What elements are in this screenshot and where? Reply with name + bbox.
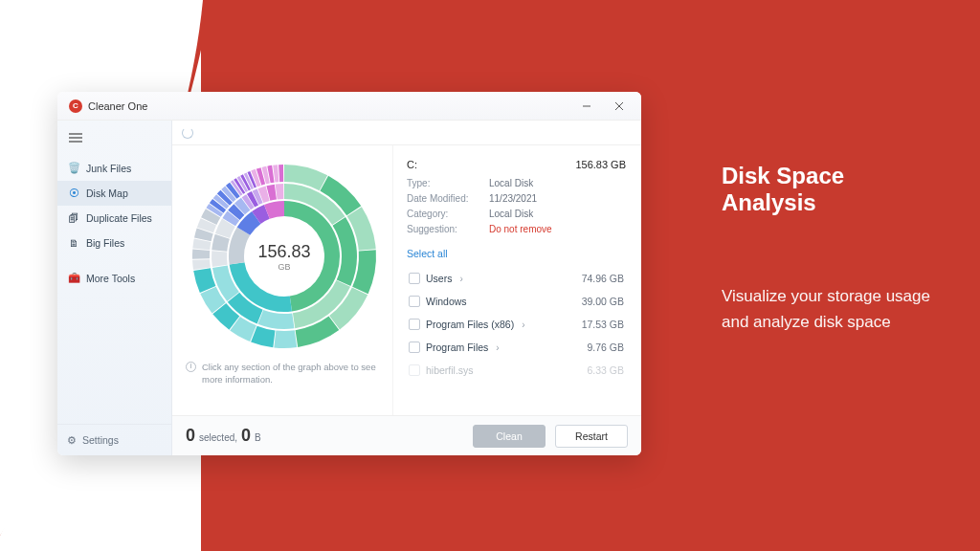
item-size: 17.53 GB [582, 319, 624, 330]
chevron-right-icon: › [522, 320, 524, 330]
marketing-copy: Disk Space Analysis Visualize your stora… [722, 163, 942, 335]
sidebar-item-label: Duplicate Files [86, 212, 152, 224]
bigfiles-icon: 🗎 [67, 237, 80, 249]
item-name: Windows [426, 296, 467, 307]
sidebar-item-more-tools[interactable]: 🧰 More Tools [57, 265, 171, 291]
drive-name: C: [407, 159, 417, 170]
app-logo-icon: C [69, 99, 82, 113]
suggest-value: Do not remove [489, 224, 626, 234]
gear-icon: ⚙ [67, 434, 77, 446]
item-size: 39.00 GB [582, 296, 624, 307]
hamburger-button[interactable] [57, 124, 171, 151]
restart-button[interactable]: Restart [555, 425, 628, 448]
tools-icon: 🧰 [67, 272, 80, 284]
breadcrumb [172, 121, 641, 145]
sidebar-item-big-files[interactable]: 🗎 Big Files [57, 231, 171, 255]
folder-list: Users›74.96 GBWindows39.00 GBProgram Fil… [407, 267, 626, 415]
footer-bar: 0 selected, 0 B Clean Restart [172, 415, 641, 455]
duplicate-icon: 🗐 [67, 212, 80, 224]
item-name: hiberfil.sys [426, 364, 474, 376]
item-name: Program Files (x86) [426, 319, 514, 330]
list-item[interactable]: hiberfil.sys6.33 GB [407, 359, 626, 382]
clean-button[interactable]: Clean [473, 425, 546, 448]
chart-center-value: 156.83 [257, 242, 310, 262]
sidebar-item-label: Disk Map [86, 187, 128, 199]
item-name: Program Files [426, 342, 488, 353]
chart-center-label: 156.83 GB [257, 242, 310, 272]
item-size: 74.96 GB [582, 273, 624, 284]
list-item[interactable]: Program Files (x86)›17.53 GB [407, 313, 626, 336]
marketing-title: Disk Space Analysis [722, 163, 942, 216]
selected-count: 0 [186, 426, 195, 446]
hamburger-icon [69, 133, 82, 143]
minimize-icon [582, 101, 591, 111]
sidebar-item-label: More Tools [86, 273, 135, 284]
selected-bytes: 0 [241, 426, 251, 446]
chevron-right-icon: › [496, 342, 499, 353]
type-value: Local Disk [489, 178, 626, 188]
sidebar-item-disk-map[interactable]: ⦿ Disk Map [57, 181, 171, 206]
list-item[interactable]: Users›74.96 GB [407, 267, 626, 290]
sidebar: 🗑️ Junk Files ⦿ Disk Map 🗐 Duplicate Fil… [57, 121, 172, 455]
sidebar-item-label: Junk Files [86, 163, 131, 174]
checkbox[interactable] [409, 296, 420, 307]
selection-status: 0 selected, 0 B [186, 426, 261, 446]
checkbox[interactable] [409, 319, 420, 330]
titlebar: C Cleaner One [57, 92, 641, 121]
list-item[interactable]: Program Files›9.76 GB [407, 336, 626, 359]
trash-icon: 🗑️ [67, 162, 80, 174]
chevron-right-icon: › [459, 274, 462, 284]
checkbox[interactable] [409, 342, 420, 353]
refresh-icon[interactable] [182, 127, 193, 139]
main-panel: 156.83 GB i Click any section of the gra… [172, 121, 641, 455]
sidebar-item-junk-files[interactable]: 🗑️ Junk Files [57, 155, 171, 181]
sidebar-item-duplicate-files[interactable]: 🗐 Duplicate Files [57, 206, 171, 231]
chart-center-unit: GB [257, 262, 310, 272]
list-item[interactable]: Windows39.00 GB [407, 290, 626, 313]
drive-size: 156.83 GB [575, 159, 626, 170]
item-name: Users [426, 273, 452, 284]
modified-value: 11/23/2021 [489, 193, 626, 204]
modified-label: Date Modified: [407, 193, 489, 204]
checkbox[interactable] [409, 273, 420, 284]
marketing-subtitle: Visualize your storage usage and analyze… [722, 283, 942, 335]
category-label: Category: [407, 209, 489, 219]
type-label: Type: [407, 178, 489, 188]
sidebar-item-settings[interactable]: ⚙ Settings [57, 424, 171, 455]
suggest-label: Suggestion: [407, 224, 489, 234]
close-button[interactable] [603, 93, 635, 120]
selected-count-label: selected, [199, 432, 237, 443]
info-icon: i [186, 362, 196, 372]
sidebar-item-label: Big Files [86, 237, 124, 249]
sidebar-item-label: Settings [82, 434, 119, 446]
disk-map-icon: ⦿ [67, 187, 80, 199]
item-size: 9.76 GB [587, 342, 624, 353]
details-panel: C: 156.83 GB Type: Local Disk Date Modif… [392, 145, 641, 415]
checkbox[interactable] [409, 364, 420, 376]
item-size: 6.33 GB [587, 364, 624, 376]
chart-hint-text: Click any section of the graph above to … [202, 362, 383, 386]
app-window: C Cleaner One 🗑️ Junk Files ⦿ Disk Map [57, 92, 641, 455]
category-value: Local Disk [489, 209, 626, 219]
selected-bytes-label: B [255, 432, 261, 443]
chart-hint: i Click any section of the graph above t… [186, 362, 383, 386]
close-icon [614, 101, 624, 111]
disk-sunburst-chart[interactable]: 156.83 GB [189, 161, 380, 352]
app-title: Cleaner One [88, 100, 147, 112]
minimize-button[interactable] [570, 93, 603, 120]
select-all-link[interactable]: Select all [407, 248, 626, 259]
